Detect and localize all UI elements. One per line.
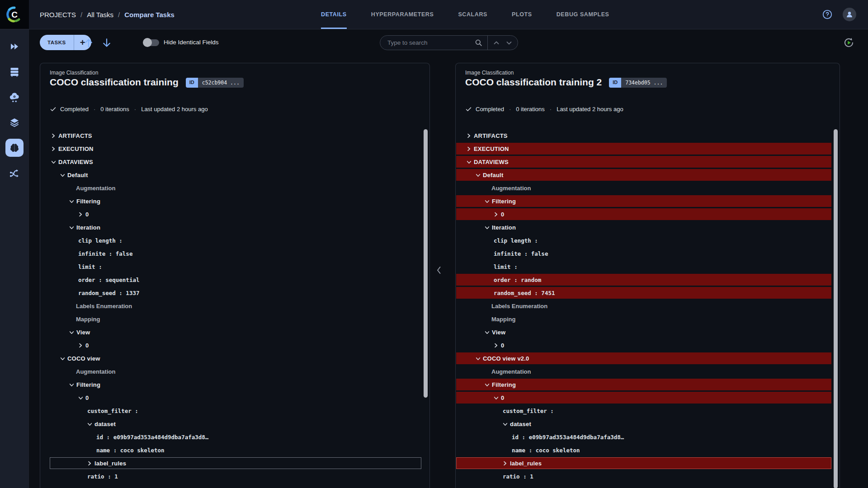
- user-avatar[interactable]: [843, 8, 856, 21]
- tree-row-infinite-false[interactable]: infinite : false: [40, 247, 429, 260]
- prev-diff-button[interactable]: [82, 37, 95, 51]
- auto-refresh-button[interactable]: [843, 37, 855, 51]
- hide-identical-toggle[interactable]: [144, 39, 159, 46]
- chevron-down-icon[interactable]: [87, 422, 94, 427]
- tree-row-order-random[interactable]: order : random: [456, 273, 840, 286]
- tree-row-random-seed-7451[interactable]: random_seed : 7451: [456, 286, 840, 300]
- tree-row-filtering[interactable]: Filtering: [456, 195, 840, 208]
- chevron-down-icon[interactable]: [69, 199, 76, 204]
- tree-row-view[interactable]: View: [40, 326, 429, 339]
- search-icon[interactable]: [474, 38, 483, 47]
- tree-row-clip-length[interactable]: clip length :: [40, 234, 429, 247]
- tree-row-0[interactable]: 0: [456, 339, 840, 352]
- search-prev-button[interactable]: [488, 40, 505, 46]
- chevron-right-icon[interactable]: [503, 461, 510, 466]
- breadcrumb-projects[interactable]: PROJECTS: [40, 11, 76, 19]
- next-diff-button[interactable]: [100, 37, 113, 51]
- tree-row-augmentation[interactable]: Augmentation: [40, 365, 429, 378]
- tree-row-clip-length[interactable]: clip length :: [456, 234, 840, 247]
- vertical-scrollbar-thumb[interactable]: [424, 129, 428, 398]
- chevron-down-icon[interactable]: [485, 225, 492, 230]
- task-id-badge[interactable]: IDc52cb904 ...: [186, 78, 244, 88]
- tree-row-order-sequential[interactable]: order : sequential: [40, 273, 429, 286]
- chevron-down-icon[interactable]: [60, 173, 67, 178]
- chevron-right-icon[interactable]: [78, 212, 85, 217]
- tree-row-id-e09b97ad353a484d9dba7afa3d8[interactable]: id : e09b97ad353a484d9dba7afa3d8…: [456, 431, 840, 444]
- tree-row-limit[interactable]: limit :: [40, 260, 429, 273]
- tree-row-ratio-1[interactable]: ratio : 1: [40, 470, 429, 483]
- tree-row-label-rules[interactable]: label_rules: [40, 457, 429, 470]
- tree-row-artifacts[interactable]: ARTIFACTS: [456, 129, 840, 142]
- chevron-right-icon[interactable]: [87, 461, 94, 466]
- sidebar-icon-cloud[interactable]: [5, 88, 24, 106]
- tree-row-filtering[interactable]: Filtering: [40, 195, 429, 208]
- tree-row-default[interactable]: Default: [40, 169, 429, 182]
- chevron-down-icon[interactable]: [69, 383, 76, 387]
- sidebar-icon-datasets[interactable]: [5, 113, 24, 131]
- tree-row-name-coco-skeleton[interactable]: name : coco skeleton: [456, 444, 840, 457]
- tree-row-filtering[interactable]: Filtering: [40, 378, 429, 391]
- sidebar-icon-hyperdatasets[interactable]: [5, 139, 24, 157]
- tree-row-custom-filter[interactable]: custom_filter :: [456, 404, 840, 418]
- tree-row-dataviews[interactable]: DATAVIEWS: [456, 155, 840, 169]
- collapse-panel-handle[interactable]: [435, 264, 443, 278]
- tree-row-mapping[interactable]: Mapping: [40, 313, 429, 326]
- tree-row-0[interactable]: 0: [456, 391, 840, 404]
- search-input[interactable]: [380, 39, 474, 46]
- chevron-down-icon[interactable]: [51, 160, 58, 164]
- tab-hyperparameters[interactable]: HYPERPARAMETERS: [371, 0, 434, 29]
- tree-row-coco-view[interactable]: COCO view: [40, 352, 429, 365]
- chevron-right-icon[interactable]: [467, 133, 474, 138]
- tree-row-iteration[interactable]: Iteration: [456, 221, 840, 234]
- sidebar-icon-pipelines[interactable]: [5, 164, 24, 182]
- tree-row-coco-view-v2-0[interactable]: COCO view v2.0: [456, 352, 840, 365]
- breadcrumb-all-tasks[interactable]: All Tasks: [87, 11, 113, 19]
- chevron-down-icon[interactable]: [503, 422, 510, 427]
- chevron-down-icon[interactable]: [69, 225, 76, 230]
- tree-row-limit[interactable]: limit :: [456, 260, 840, 273]
- tree-row-name-coco-skeleton[interactable]: name : coco skeleton: [40, 444, 429, 457]
- chevron-right-icon[interactable]: [467, 146, 474, 151]
- tree-row-execution[interactable]: EXECUTION: [456, 142, 840, 155]
- tree-row-0[interactable]: 0: [40, 339, 429, 352]
- tasks-button-label[interactable]: TASKS: [40, 35, 74, 50]
- chevron-right-icon[interactable]: [51, 133, 58, 138]
- tab-debug-samples[interactable]: DEBUG SAMPLES: [557, 0, 609, 29]
- tree-row-labels-enumeration[interactable]: Labels Enumeration: [456, 300, 840, 313]
- tab-scalars[interactable]: SCALARS: [458, 0, 487, 29]
- tab-details[interactable]: DETAILS: [321, 0, 347, 29]
- tree-row-random-seed-1337[interactable]: random_seed : 1337: [40, 286, 429, 300]
- tree-row-execution[interactable]: EXECUTION: [40, 142, 429, 155]
- tree-row-0[interactable]: 0: [40, 391, 429, 404]
- chevron-down-icon[interactable]: [494, 396, 501, 400]
- tree-row-infinite-false[interactable]: infinite : false: [456, 247, 840, 260]
- task-id-badge[interactable]: ID734ebd05 ...: [609, 78, 667, 88]
- sidebar-icon-quickstart[interactable]: [5, 38, 24, 56]
- tree-row-augmentation[interactable]: Augmentation: [40, 182, 429, 195]
- chevron-right-icon[interactable]: [494, 212, 501, 217]
- tree-row-0[interactable]: 0: [40, 208, 429, 221]
- chevron-down-icon[interactable]: [78, 396, 85, 400]
- search-next-button[interactable]: [505, 40, 518, 46]
- vertical-scrollbar-thumb[interactable]: [834, 129, 838, 488]
- tree-row-augmentation[interactable]: Augmentation: [456, 365, 840, 378]
- chevron-down-icon[interactable]: [476, 357, 483, 361]
- breadcrumb-compare-tasks[interactable]: Compare Tasks: [124, 11, 175, 19]
- chevron-down-icon[interactable]: [485, 330, 492, 335]
- tree-row-view[interactable]: View: [456, 326, 840, 339]
- tree-row-filtering[interactable]: Filtering: [456, 378, 840, 391]
- tree-row-dataset[interactable]: dataset: [456, 418, 840, 431]
- chevron-right-icon[interactable]: [51, 146, 58, 151]
- tree-row-dataset[interactable]: dataset: [40, 418, 429, 431]
- chevron-down-icon[interactable]: [60, 357, 67, 361]
- chevron-down-icon[interactable]: [476, 173, 483, 178]
- tree-row-artifacts[interactable]: ARTIFACTS: [40, 129, 429, 142]
- clearml-logo[interactable]: C: [0, 0, 29, 29]
- chevron-down-icon[interactable]: [69, 330, 76, 335]
- tree-row-0[interactable]: 0: [456, 208, 840, 221]
- tree-row-ratio-1[interactable]: ratio : 1: [456, 470, 840, 483]
- tree-row-default[interactable]: Default: [456, 169, 840, 182]
- tree-row-label-rules[interactable]: label_rules: [456, 457, 840, 470]
- tree-row-id-e09b97ad353a484d9dba7afa3d8[interactable]: id : e09b97ad353a484d9dba7afa3d8…: [40, 431, 429, 444]
- tab-plots[interactable]: PLOTS: [512, 0, 532, 29]
